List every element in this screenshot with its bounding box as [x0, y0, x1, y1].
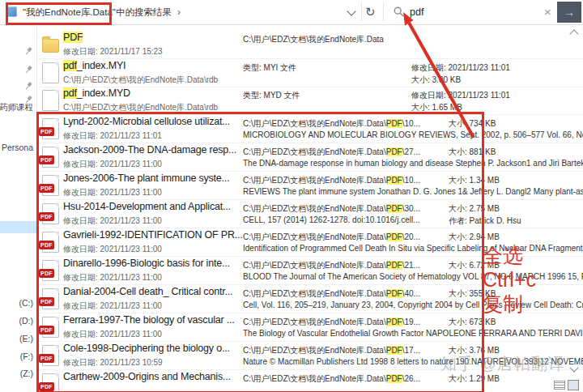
file-icon — [42, 175, 59, 196]
file-subtext: 修改日期: 2021/11/17 15:23 — [63, 46, 163, 58]
thumbnail-view-icon[interactable] — [568, 380, 579, 390]
file-name: pdf_index.MYI — [63, 60, 126, 71]
file-subtext: 修改日期: 2021/11/23 11:00 — [63, 300, 162, 312]
annotation-shortcut: Ctrl+c — [483, 267, 536, 292]
file-icon — [42, 345, 59, 366]
file-icon — [42, 288, 59, 309]
file-name: Cole-1998-Deciphering the biology o... — [63, 343, 230, 354]
navigation-pane: 药师课程- Persona(C:)(D:)(E:)(F:)(Z:) — [0, 25, 37, 392]
sidebar-item[interactable]: (Z:) — [20, 369, 33, 378]
search-box: × → — [384, 0, 583, 24]
file-icon — [42, 373, 59, 392]
file-path: C:\用户\EDZ\文档\我的EndNote库.Data\PDF\27... — [243, 147, 420, 158]
file-row[interactable]: Ferrara-1997-The biology of vascular ...… — [37, 313, 583, 342]
file-type: 类型: MYI 文件 — [243, 62, 296, 74]
search-icon — [394, 6, 404, 17]
file-subtext: 修改日期: 2021/11/23 11:00 — [63, 187, 162, 198]
file-icon — [42, 232, 59, 253]
file-path: C:\用户\EDZ\文档\我的EndNote库.Data\PDF\10... — [243, 118, 420, 130]
clear-search-icon[interactable]: × — [544, 5, 551, 19]
file-icon — [42, 203, 59, 224]
file-subtext: 修改日期: 2021/11/23 11:01 — [63, 130, 162, 142]
pin-icon — [23, 80, 34, 92]
file-name: Dinarello-1996-Biologic basis for inte..… — [63, 258, 230, 269]
list-view-icon[interactable] — [554, 381, 565, 390]
file-path: C:\用户\EDZ\文档\我的EndNote库.Data\PDF\30... — [243, 203, 420, 215]
file-subtext: C:\用户\EDZ\文档\我的EndNote库.Data\rdb — [63, 102, 218, 113]
annotation-copy-instructions: 全选 Ctrl+c 复制 — [483, 243, 536, 316]
file-row[interactable]: Hsu-2014-Development and Applicat... 修改日… — [37, 200, 583, 228]
explorer-toolbar: "我的EndNote库.Data"中的搜索结果› ↻ × → — [0, 0, 583, 25]
breadcrumb-chevron-icon: › — [177, 6, 181, 18]
file-row[interactable]: Lynd-2002-Microbial cellulose utilizat..… — [37, 115, 583, 143]
address-suffix: 中的搜索结果 — [116, 7, 172, 17]
file-row[interactable]: pdf_index.MYI C:\用户\EDZ\文档\我的EndNote库.Da… — [37, 59, 583, 87]
sidebar-item[interactable]: (D:) — [19, 316, 34, 326]
file-icon — [42, 118, 59, 139]
file-subtext: 修改日期: 2021/11/23 11:00 — [63, 244, 162, 255]
watermark: 知乎 @唐帕翻译 — [440, 353, 565, 375]
file-name: Hsu-2014-Development and Applicat... — [63, 201, 231, 212]
annotation-copy: 复制 — [483, 292, 536, 316]
file-size: 大小: 2.75 MB — [449, 203, 500, 215]
file-row[interactable]: Jones-2006-The plant immune syste... 修改日… — [37, 172, 583, 200]
file-modified-date: 修改日期: 2021/11/23 11:01 — [411, 62, 510, 74]
search-results-icon — [6, 6, 17, 17]
sidebar-selected-item[interactable] — [0, 221, 36, 233]
file-path: C:\用户\EDZ\文档\我的EndNote库.Data\PDF\10... — [243, 175, 420, 186]
pin-icon — [23, 64, 34, 75]
file-subtext: 修改日期: 2021/11/23 11:00 — [63, 159, 162, 170]
breadcrumb[interactable]: "我的EndNote库.Data"中的搜索结果› — [23, 6, 181, 19]
file-size: 大小: 1.34 MB — [449, 175, 500, 186]
search-go-button[interactable]: → — [557, 2, 581, 23]
file-size: 大小: 673 KB — [449, 317, 496, 328]
file-name: Carthew-2009-Origins and Mechanis... — [63, 371, 231, 382]
address-dropdown-icon[interactable] — [347, 6, 355, 15]
file-content-preview: The Biology of Vascular Endothelial Grow… — [243, 329, 583, 338]
file-path: C:\用户\EDZ\文档\我的EndNote库.Data\PDF\26... — [243, 373, 420, 385]
pin-icon — [23, 45, 34, 57]
file-subtext: 修改日期: 2021/11/23 11:00 — [63, 215, 162, 227]
toolbar-divider — [361, 3, 362, 21]
file-size: 大小: 1.29 MB — [449, 373, 500, 385]
address-search-scope: "我的EndNote库.Data" — [23, 7, 116, 17]
sidebar-item[interactable]: (C:) — [19, 298, 34, 308]
file-name: Danial-2004-Cell death_ Critical contr..… — [63, 286, 232, 297]
file-type: 类型: MYD 文件 — [243, 90, 300, 101]
file-name: Jackson-2009-The DNA-damage resp... — [63, 144, 236, 156]
file-size-right: 大小: 1.65 MB — [411, 102, 462, 113]
file-path: C:\用户\EDZ\文档\我的EndNote库.Data\PDF\19... — [243, 317, 420, 328]
file-icon — [42, 317, 59, 338]
file-path: C:\用户\EDZ\文档\我的EndNote库.Data\PDF\40... — [243, 288, 420, 300]
sidebar-item[interactable]: (F:) — [20, 352, 33, 361]
file-subtext: 修改日期: 2021/11/23 11:00 — [63, 272, 162, 283]
file-row[interactable]: Jackson-2009-The DNA-damage resp... 修改日期… — [37, 143, 583, 172]
search-results-list: PDF 修改日期: 2021/11/17 15:23 C:\用户\EDZ\文档\… — [37, 25, 583, 392]
file-name: PDF — [63, 32, 83, 43]
file-name: Lynd-2002-Microbial cellulose utilizat..… — [63, 116, 230, 127]
file-subtext: 修改日期: 2021/11/23 10:59 — [63, 357, 163, 369]
file-row[interactable]: PDF 修改日期: 2021/11/17 15:23 C:\用户\EDZ\文档\… — [37, 31, 583, 59]
annotation-select-all: 全选 — [483, 243, 536, 267]
file-path: C:\用户\EDZ\文档\我的EndNote库.Data\PDF\20... — [243, 232, 420, 243]
file-size: 大小: 881 KB — [449, 147, 496, 158]
sidebar-item[interactable]: 药师课程 — [0, 102, 33, 113]
file-content-preview: REVIEWS The plant immune system Jonathan… — [243, 187, 583, 196]
file-path: C:\用户\EDZ\文档\我的EndNote库.Data\PDF\21... — [243, 260, 420, 271]
file-content-preview: CELL, 157 (2014) 1262-1278. doi:10.1016/… — [243, 215, 583, 224]
file-subtext: C:\用户\EDZ\文档\我的EndNote库.Data\rdb — [63, 75, 218, 86]
file-row[interactable]: pdf_index.MYD C:\用户\EDZ\文档\我的EndNote库.Da… — [37, 87, 583, 115]
file-size: 大小: 734 KB — [449, 118, 496, 130]
file-icon — [42, 90, 59, 111]
file-size-right: 大小: 3.00 KB — [411, 75, 461, 86]
sidebar-item[interactable]: (E:) — [19, 334, 33, 343]
file-name: Ferrara-1997-The biology of vascular ... — [63, 314, 235, 326]
file-icon — [42, 62, 59, 83]
file-path: C:\用户\EDZ\文档\我的EndNote库.Data\PDF\17... — [243, 345, 420, 356]
file-path: C:\用户\EDZ\文档\我的EndNote库.Data — [243, 34, 384, 45]
search-input[interactable] — [408, 3, 539, 21]
file-name: Gavrieli-1992-IDENTIFICATION OF PR... — [63, 229, 242, 241]
refresh-icon[interactable]: ↻ — [365, 4, 376, 20]
file-content-preview: MICROBIOLOGY AND MOLECULAR BIOLOGY REVIE… — [243, 130, 583, 139]
sidebar-item[interactable]: - Persona — [0, 143, 33, 152]
